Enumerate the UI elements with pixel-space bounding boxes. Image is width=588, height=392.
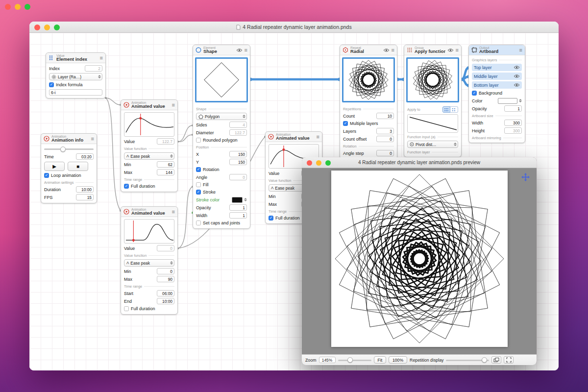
loop-animation-checkbox[interactable]: ✓Loop animation — [44, 172, 94, 178]
checkbox-checked-icon[interactable]: ✓ — [472, 91, 477, 96]
full-duration-checkbox[interactable]: ✓Full duration — [124, 183, 174, 189]
stroke-checkbox[interactable]: ✓Stroke — [196, 189, 247, 195]
angle-field[interactable]: 0 — [229, 174, 247, 180]
count-field[interactable]: 10 — [376, 113, 394, 119]
background-window-traffic-lights[interactable] — [5, 4, 30, 10]
time-slider[interactable] — [44, 146, 94, 152]
zoom-window-icon[interactable] — [54, 24, 60, 30]
checkbox-checked-icon[interactable]: ✓ — [44, 173, 49, 178]
min-field[interactable]: 62 — [157, 161, 174, 168]
fps-field[interactable]: 15 — [76, 194, 94, 200]
max-field[interactable]: 144 — [157, 169, 174, 175]
rounded-polygon-checkbox[interactable]: Rounded polygon — [196, 137, 247, 143]
layer-row-bottom[interactable]: Bottom layer — [472, 81, 522, 89]
node-header[interactable]: RepeatRadial ≡ — [340, 45, 397, 55]
max-field[interactable]: 90 — [157, 276, 174, 282]
checkbox-checked-icon[interactable]: ✓ — [196, 190, 201, 195]
visibility-eye-icon[interactable] — [514, 74, 520, 78]
function-input-dropdown[interactable]: Pivot dist… — [407, 141, 458, 148]
layer-row-middle[interactable]: Middle layer — [472, 73, 522, 80]
zoom-window-icon[interactable] — [325, 160, 331, 166]
checkbox-unchecked-icon[interactable] — [196, 220, 201, 225]
preview-window[interactable]: 4 Radial repeater dynamic layer animatio… — [302, 157, 537, 365]
checkbox-checked-icon[interactable]: ✓ — [124, 184, 129, 189]
index-field[interactable]: 2 — [85, 65, 102, 72]
node-menu-icon[interactable]: ≡ — [172, 209, 175, 215]
node-shape[interactable]: ElementShape ≡ Shape Polygon Sides4 Diam… — [193, 45, 250, 229]
repetition-slider[interactable] — [446, 357, 489, 363]
checkbox-checked-icon[interactable]: ✓ — [269, 216, 273, 220]
caps-joints-checkbox[interactable]: Set caps and joints — [196, 220, 247, 226]
node-radial[interactable]: RepeatRadial ≡ Repetitions Count10 ✓Mult… — [340, 45, 397, 159]
node-header[interactable]: ValueElement index ≡ — [46, 53, 105, 63]
node-header[interactable]: AnimationAnimated value ≡ — [121, 207, 177, 217]
checkbox-checked-icon[interactable]: ✓ — [49, 82, 54, 87]
fit-button[interactable]: Fit — [374, 356, 387, 364]
display-mode-button[interactable] — [491, 356, 501, 364]
time-field[interactable]: 03:20 — [76, 153, 94, 160]
close-icon[interactable] — [34, 24, 40, 30]
node-header[interactable]: OutputArtboard ≡ — [469, 45, 525, 55]
stroke-width-field[interactable]: 1 — [229, 212, 247, 219]
visibility-eye-icon[interactable] — [383, 48, 390, 52]
node-menu-icon[interactable]: ≡ — [91, 136, 94, 142]
node-header[interactable]: AnimationAnimated value ≡ — [266, 132, 322, 142]
node-menu-icon[interactable]: ≡ — [100, 55, 103, 61]
start-field[interactable]: 06:00 — [157, 290, 174, 296]
checkbox-checked-icon[interactable]: ✓ — [196, 167, 201, 172]
min-field[interactable]: 0 — [157, 268, 174, 274]
node-menu-icon[interactable]: ≡ — [456, 48, 459, 53]
node-animated-value-1[interactable]: AnimationAnimated value ≡ Value122.7 Val… — [121, 99, 178, 192]
visibility-eye-icon[interactable] — [514, 83, 520, 87]
traffic-lights[interactable] — [307, 160, 331, 166]
node-canvas[interactable]: ValueElement index ≡ Index2 Layer (Ra…) … — [29, 33, 559, 370]
node-header[interactable]: ElementShape ≡ — [193, 45, 250, 55]
stop-button[interactable]: ■ — [68, 162, 88, 171]
apply-mode-grid-button[interactable] — [442, 106, 450, 113]
checkbox-unchecked-icon[interactable] — [196, 182, 201, 187]
node-menu-icon[interactable]: ≡ — [519, 48, 522, 53]
node-animation-info[interactable]: AnimationAnimation info ≡ Time03:20 ▶ ■ … — [41, 133, 97, 203]
minimize-icon[interactable] — [44, 24, 50, 30]
multiple-layers-checkbox[interactable]: ✓Multiple layers — [343, 121, 394, 126]
minimize-icon[interactable] — [316, 160, 321, 166]
layer-dropdown[interactable]: Layer (Ra…) — [49, 73, 102, 80]
fill-checkbox[interactable]: Fill — [196, 182, 247, 188]
visibility-eye-icon[interactable] — [514, 65, 520, 70]
end-field[interactable]: 10:00 — [157, 298, 174, 304]
layer-row-top[interactable]: Top layer — [472, 64, 522, 71]
artboard-height-field[interactable]: 300 — [504, 127, 522, 134]
background-color-swatch[interactable] — [498, 98, 517, 104]
node-menu-icon[interactable]: ≡ — [245, 48, 247, 53]
artboard-width-field[interactable]: 300 — [504, 120, 522, 126]
y-field[interactable]: 150 — [229, 159, 247, 165]
angle-step-field[interactable]: 0 — [376, 150, 394, 156]
apply-mode-list-button[interactable] — [450, 106, 458, 113]
sides-field[interactable]: 4 — [229, 122, 247, 128]
node-header[interactable]: AnimationAnimation info ≡ — [41, 134, 97, 144]
fullscreen-button[interactable] — [504, 356, 514, 364]
node-menu-icon[interactable]: ≡ — [172, 102, 175, 108]
play-button[interactable]: ▶ — [44, 162, 65, 171]
checkbox-checked-icon[interactable]: ✓ — [343, 121, 348, 126]
visibility-eye-icon[interactable] — [236, 48, 243, 52]
index-formula-checkbox[interactable]: ✓Index formula — [49, 82, 102, 88]
node-menu-icon[interactable]: ≡ — [317, 134, 319, 140]
rotation-checkbox[interactable]: ✓Rotation — [196, 167, 247, 172]
count-offset-field[interactable]: 0 — [376, 136, 394, 142]
value-function-dropdown[interactable]: Λ Ease peak — [124, 259, 174, 267]
zoom-field[interactable]: 145% — [319, 357, 336, 363]
close-icon[interactable] — [307, 160, 312, 166]
window-titlebar[interactable]: 4 Radial repeater dynamic layer animatio… — [29, 22, 559, 33]
node-artboard[interactable]: OutputArtboard ≡ Graphics layers Top lay… — [468, 45, 525, 143]
x-field[interactable]: 150 — [229, 151, 247, 157]
value-field[interactable]: 0 — [157, 245, 174, 251]
minimize-icon[interactable] — [15, 4, 21, 10]
traffic-lights[interactable] — [34, 24, 60, 30]
layers-field[interactable]: 3 — [376, 128, 394, 134]
duration-field[interactable]: 10:00 — [76, 186, 94, 193]
node-element-index[interactable]: ValueElement index ≡ Index2 Layer (Ra…) … — [46, 52, 106, 98]
preview-content[interactable] — [302, 168, 537, 354]
zoom-slider[interactable] — [338, 357, 371, 363]
node-header[interactable]: AnimationAnimated value ≡ — [121, 100, 177, 110]
